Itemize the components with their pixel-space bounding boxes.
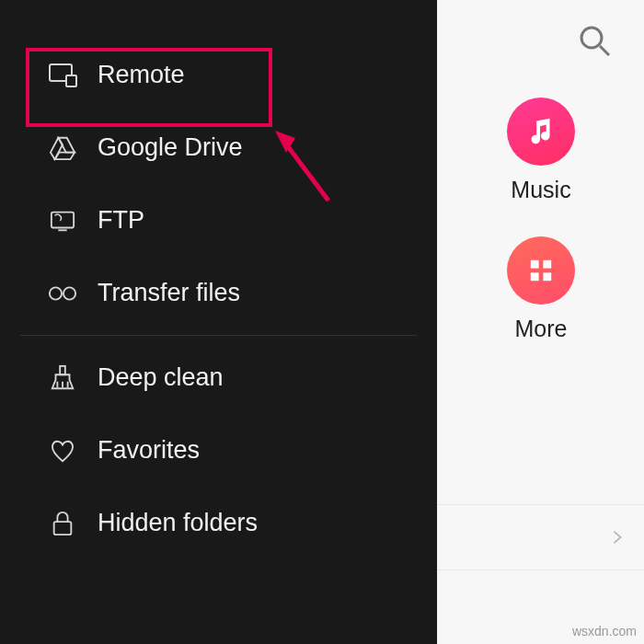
- svg-line-12: [600, 46, 609, 55]
- drive-icon: [48, 134, 77, 162]
- sidebar-item-deep-clean[interactable]: Deep clean: [0, 341, 437, 414]
- music-icon: [507, 98, 575, 166]
- sidebar-item-favorites[interactable]: Favorites: [0, 414, 437, 487]
- sidebar-item-ftp[interactable]: FTP: [0, 184, 437, 257]
- link-icon: [48, 280, 77, 307]
- heart-icon: [48, 437, 77, 465]
- sidebar-item-label: Transfer files: [98, 279, 240, 307]
- tile-music[interactable]: Music: [507, 98, 575, 203]
- nav-drawer: Remote Google Drive: [0, 0, 437, 644]
- app-frame: Remote Google Drive: [0, 0, 644, 644]
- svg-rect-10: [54, 522, 72, 535]
- monitor-icon: [48, 62, 77, 89]
- svg-rect-13: [531, 260, 539, 269]
- chevron-right-icon: [609, 529, 626, 546]
- list-row[interactable]: [438, 504, 644, 570]
- watermark: wsxdn.com: [572, 624, 637, 638]
- sidebar-item-label: FTP: [98, 206, 144, 235]
- grid-icon: [507, 236, 575, 305]
- divider: [20, 335, 417, 336]
- svg-rect-1: [66, 75, 76, 86]
- svg-rect-16: [543, 272, 551, 281]
- category-grid: Music More: [438, 98, 644, 342]
- sidebar-item-hidden-folders[interactable]: Hidden folders: [0, 487, 437, 559]
- sidebar-item-label: Deep clean: [98, 363, 224, 392]
- svg-rect-2: [52, 212, 74, 227]
- svg-point-5: [63, 287, 75, 299]
- tile-label: Music: [511, 177, 570, 203]
- sidebar-item-label: Favorites: [98, 436, 200, 465]
- svg-rect-6: [60, 365, 65, 374]
- sidebar-item-remote[interactable]: Remote: [0, 39, 437, 111]
- tile-label: More: [515, 316, 568, 342]
- sidebar-item-google-drive[interactable]: Google Drive: [0, 111, 437, 184]
- broom-icon: [48, 364, 77, 392]
- sidebar-item-label: Hidden folders: [98, 509, 258, 537]
- sidebar-item-label: Remote: [98, 61, 185, 89]
- sidebar-item-label: Google Drive: [98, 133, 243, 162]
- search-button[interactable]: [576, 22, 613, 59]
- main-panel: Music More wsxdn.com: [437, 0, 644, 644]
- ftp-icon: [48, 207, 77, 235]
- svg-point-4: [50, 287, 62, 299]
- tile-more[interactable]: More: [507, 236, 575, 342]
- sidebar-item-transfer-files[interactable]: Transfer files: [0, 257, 437, 329]
- svg-point-11: [581, 28, 602, 48]
- lock-icon: [48, 510, 77, 537]
- svg-rect-14: [543, 260, 551, 269]
- svg-rect-15: [531, 272, 539, 281]
